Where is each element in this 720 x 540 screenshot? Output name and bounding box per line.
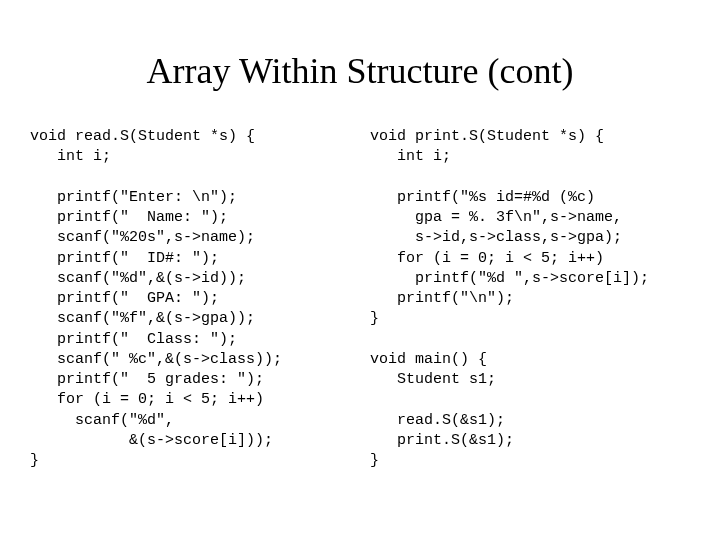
code-line: gpa = %. 3f\n",s->name, (370, 209, 622, 226)
code-line: scanf("%d", (30, 412, 174, 429)
code-line: void print.S(Student *s) { (370, 128, 604, 145)
slide: Array Within Structure (cont) void read.… (0, 0, 720, 540)
code-line: scanf("%d",&(s->id)); (30, 270, 246, 287)
code-line: Student s1; (370, 371, 496, 388)
code-line: for (i = 0; i < 5; i++) (370, 250, 604, 267)
code-line: int i; (30, 148, 111, 165)
code-line: scanf("%f",&(s->gpa)); (30, 310, 255, 327)
slide-title: Array Within Structure (cont) (30, 50, 690, 92)
code-line: print.S(&s1); (370, 432, 514, 449)
code-line: } (30, 452, 39, 469)
code-line: printf("%d ",s->score[i]); (370, 270, 649, 287)
left-code-column: void read.S(Student *s) { int i; printf(… (30, 127, 350, 471)
code-line: void main() { (370, 351, 487, 368)
code-line: read.S(&s1); (370, 412, 505, 429)
code-line: void read.S(Student *s) { (30, 128, 255, 145)
code-line: &(s->score[i])); (30, 432, 273, 449)
code-line: s->id,s->class,s->gpa); (370, 229, 622, 246)
code-line: for (i = 0; i < 5; i++) (30, 391, 264, 408)
code-line: scanf("%20s",s->name); (30, 229, 255, 246)
code-line: printf(" Class: "); (30, 331, 237, 348)
code-line: int i; (370, 148, 451, 165)
code-line: printf(" GPA: "); (30, 290, 219, 307)
code-line: printf(" 5 grades: "); (30, 371, 264, 388)
code-line: printf("Enter: \n"); (30, 189, 237, 206)
code-line: printf(" Name: "); (30, 209, 228, 226)
code-line: printf("%s id=#%d (%c) (370, 189, 595, 206)
code-line: scanf(" %c",&(s->class)); (30, 351, 282, 368)
code-line: } (370, 452, 379, 469)
code-line: } (370, 310, 379, 327)
right-code-column: void print.S(Student *s) { int i; printf… (370, 127, 690, 471)
code-columns: void read.S(Student *s) { int i; printf(… (30, 127, 690, 471)
code-line: printf(" ID#: "); (30, 250, 219, 267)
code-line: printf("\n"); (370, 290, 514, 307)
